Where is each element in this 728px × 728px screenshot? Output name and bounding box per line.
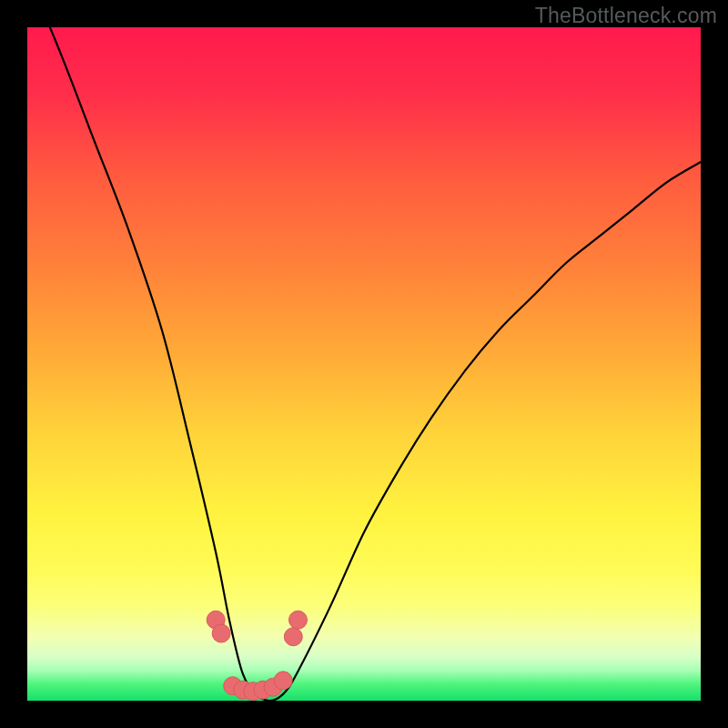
curve-layer [27,27,701,701]
marker-dot [212,624,230,642]
marker-dot [284,628,302,646]
watermark-text: TheBottleneck.com [535,4,717,28]
chart-frame: TheBottleneck.com [0,0,728,728]
plot-area [27,27,701,701]
optimal-range-markers [207,611,307,700]
marker-dot [274,672,292,690]
marker-dot [288,611,307,629]
bottleneck-curve [27,27,701,701]
